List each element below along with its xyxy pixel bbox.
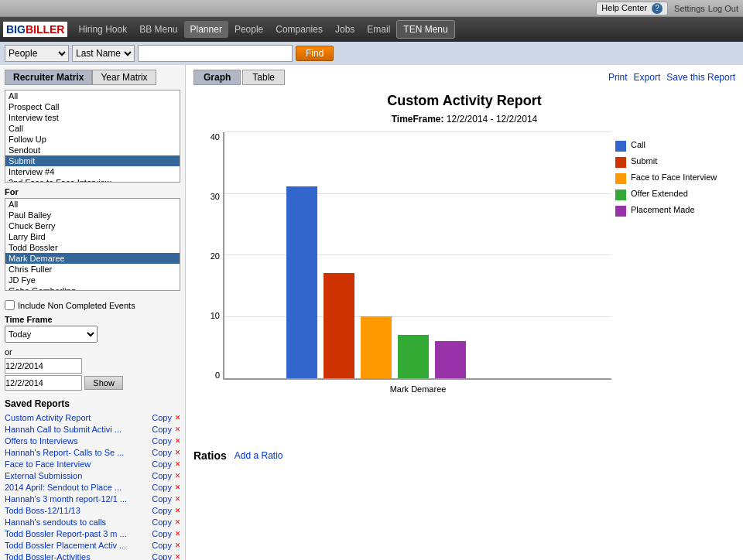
nav-email[interactable]: Email — [361, 21, 396, 38]
report-delete-button[interactable]: × — [175, 424, 180, 435]
people-list-item[interactable]: Paul Bailey — [5, 210, 180, 220]
logout-link[interactable]: Log Out — [708, 4, 738, 13]
report-delete-button[interactable]: × — [175, 412, 180, 423]
settings-link[interactable]: Settings — [674, 4, 705, 13]
report-row: Face to Face InterviewCopy× — [5, 459, 180, 470]
report-delete-button[interactable]: × — [175, 517, 180, 528]
people-list-item[interactable]: JD Fye — [5, 275, 180, 285]
report-row: Hannah's 3 month report-12/1 ...Copy× — [5, 493, 180, 504]
date-to-input[interactable]: 12/2/2014 — [5, 375, 82, 391]
report-copy-link[interactable]: Copy — [152, 494, 172, 504]
report-link[interactable]: External Submission — [5, 471, 149, 480]
find-button[interactable]: Find — [296, 46, 334, 61]
grid-line-40 — [224, 131, 611, 132]
nav-companies[interactable]: Companies — [269, 21, 329, 38]
report-delete-button[interactable]: × — [175, 528, 180, 539]
report-link[interactable]: Hannah's sendouts to calls — [5, 517, 149, 527]
report-delete-button[interactable]: × — [175, 470, 180, 481]
timeframe-select[interactable]: Today Yesterday This Week Last Week This… — [5, 326, 98, 343]
report-link[interactable]: Todd Bossler Report-past 3 m ... — [5, 529, 149, 538]
report-delete-button[interactable]: × — [175, 540, 180, 551]
legend-label: Placement Made — [631, 205, 695, 214]
report-copy-link[interactable]: Copy — [152, 506, 172, 515]
nav-jobs[interactable]: Jobs — [329, 21, 361, 38]
report-copy-link[interactable]: Copy — [152, 517, 172, 527]
top-bar: Help Center ? Settings Log Out — [0, 0, 743, 17]
help-center-button[interactable]: Help Center ? — [596, 2, 668, 15]
activity-list[interactable]: AllProspect CallInterview testCallFollow… — [5, 90, 180, 183]
report-link[interactable]: Todd Bossler-Activities — [5, 552, 149, 560]
report-link[interactable]: Todd Boss-12/11/13 — [5, 506, 149, 515]
activity-list-item[interactable]: Call — [5, 123, 180, 134]
people-list-item[interactable]: Mark Demaree — [5, 253, 180, 264]
nav-bb-menu[interactable]: BB Menu — [133, 21, 183, 38]
people-list-item[interactable]: Chuck Berry — [5, 220, 180, 231]
report-delete-button[interactable]: × — [175, 482, 180, 493]
report-link[interactable]: Hannah's 3 month report-12/1 ... — [5, 494, 149, 504]
report-delete-button[interactable]: × — [175, 447, 180, 458]
report-copy-link[interactable]: Copy — [152, 529, 172, 538]
graph-tab[interactable]: Graph — [193, 70, 241, 85]
report-copy-link[interactable]: Copy — [152, 459, 172, 469]
chart-bar — [398, 335, 429, 378]
search-field-select[interactable]: Last Name First Name — [72, 45, 135, 62]
activity-list-item[interactable]: All — [5, 90, 180, 101]
people-list-item[interactable]: Gabe Gemberling — [5, 285, 180, 291]
nav-hiring-hook[interactable]: Hiring Hook — [72, 21, 133, 38]
people-list[interactable]: AllPaul BaileyChuck BerryLarry BirdTodd … — [5, 198, 180, 291]
people-list-item[interactable]: All — [5, 199, 180, 210]
activity-list-item[interactable]: Sendout — [5, 145, 180, 155]
activity-list-item[interactable]: Prospect Call — [5, 101, 180, 112]
activity-list-item[interactable]: Submit — [5, 155, 180, 166]
people-list-item[interactable]: Todd Bossler — [5, 242, 180, 253]
activity-list-item[interactable]: Interview test — [5, 112, 180, 123]
report-delete-button[interactable]: × — [175, 459, 180, 470]
nav-planner[interactable]: Planner — [184, 21, 228, 38]
report-link[interactable]: 2014 April: Sendout to Place ... — [5, 483, 149, 492]
report-copy-link[interactable]: Copy — [152, 552, 172, 560]
date-from-input[interactable]: 12/2/2014 — [5, 358, 82, 374]
people-list-item[interactable]: Larry Bird — [5, 231, 180, 242]
report-delete-button[interactable]: × — [175, 505, 180, 516]
activity-list-item[interactable]: Interview #4 — [5, 166, 180, 177]
report-copy-link[interactable]: Copy — [152, 413, 172, 422]
report-copy-link[interactable]: Copy — [152, 483, 172, 492]
activity-list-item[interactable]: 2nd Face to Face Interview — [5, 177, 180, 183]
year-matrix-tab[interactable]: Year Matrix — [92, 70, 156, 85]
report-delete-button[interactable]: × — [175, 551, 180, 560]
include-non-completed-checkbox[interactable] — [5, 300, 15, 310]
save-report-link[interactable]: Save this Report — [666, 72, 735, 83]
timeframe-label-display: TimeFrame: — [392, 114, 447, 125]
report-delete-button[interactable]: × — [175, 493, 180, 504]
nav-bar: BIG BILLER Hiring Hook BB Menu Planner P… — [0, 17, 743, 42]
saved-reports-list: Custom Activity ReportCopy×Hannah Call t… — [5, 412, 180, 560]
recruiter-matrix-tab[interactable]: Recruiter Matrix — [5, 70, 92, 85]
chart-bar — [324, 273, 354, 378]
report-link[interactable]: Hannah's Report- Calls to Se ... — [5, 448, 149, 457]
logo-big: BIG — [6, 23, 26, 36]
report-copy-link[interactable]: Copy — [152, 425, 172, 434]
report-copy-link[interactable]: Copy — [152, 471, 172, 480]
search-type-select[interactable]: People Companies Jobs — [5, 45, 69, 62]
activity-list-item[interactable]: Follow Up — [5, 134, 180, 145]
search-input[interactable] — [138, 45, 293, 62]
report-link[interactable]: Custom Activity Report — [5, 413, 149, 422]
report-link[interactable]: Todd Bossler Placement Activ ... — [5, 541, 149, 550]
add-ratio-link[interactable]: Add a Ratio — [235, 450, 283, 461]
people-list-item[interactable]: Chris Fuller — [5, 264, 180, 275]
nav-ten-menu[interactable]: TEN Menu — [396, 20, 454, 39]
report-copy-link[interactable]: Copy — [152, 448, 172, 457]
show-button[interactable]: Show — [84, 376, 123, 390]
print-link[interactable]: Print — [608, 72, 628, 83]
export-link[interactable]: Export — [634, 72, 661, 83]
report-link[interactable]: Offers to Interviews — [5, 436, 149, 446]
report-link[interactable]: Face to Face Interview — [5, 459, 149, 469]
table-tab[interactable]: Table — [242, 70, 285, 85]
report-copy-link[interactable]: Copy — [152, 436, 172, 446]
report-delete-button[interactable]: × — [175, 435, 180, 446]
report-copy-link[interactable]: Copy — [152, 541, 172, 550]
nav-people[interactable]: People — [228, 21, 269, 38]
report-link[interactable]: Hannah Call to Submit Activi ... — [5, 425, 149, 434]
y-label-0: 0 — [215, 370, 220, 380]
x-label: Mark Demaree — [390, 384, 447, 394]
